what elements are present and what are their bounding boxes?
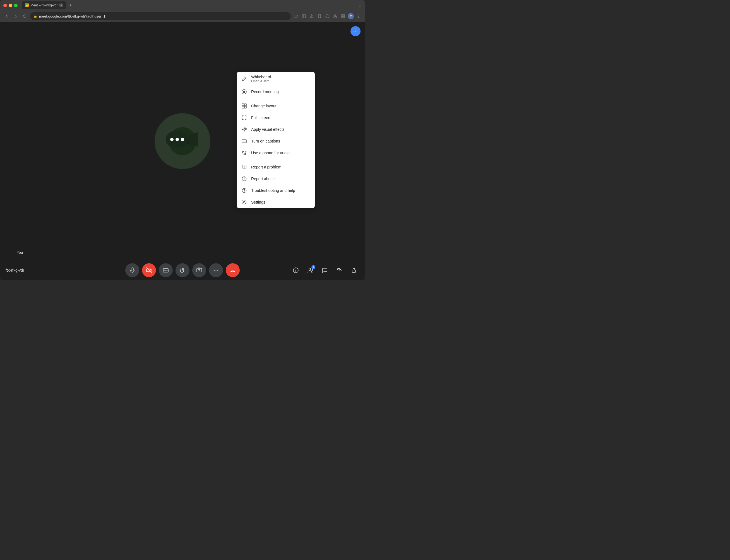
- svg-rect-7: [343, 16, 344, 18]
- svg-rect-6: [341, 16, 343, 18]
- tab-bar: M Meet – ftk-rfkg-vdr × + ⌄: [22, 1, 361, 9]
- user-avatar[interactable]: ?: [348, 13, 354, 19]
- menu-item-whiteboard[interactable]: Whiteboard Open a Jam: [237, 72, 315, 86]
- address-bar: 🔒 meet.google.com/ftk-rfkg-vdr?authuser=…: [0, 11, 365, 22]
- svg-rect-5: [343, 15, 344, 16]
- lock-button[interactable]: [348, 265, 359, 276]
- end-call-button[interactable]: [226, 263, 240, 277]
- lock-icon: 🔒: [33, 15, 37, 18]
- close-traffic-light[interactable]: [3, 4, 7, 7]
- address-input[interactable]: 🔒 meet.google.com/ftk-rfkg-vdr?authuser=…: [30, 12, 291, 20]
- tab-grid-btn[interactable]: [340, 13, 346, 19]
- three-dots-icon: ···: [353, 29, 358, 34]
- tab-expand-button[interactable]: ⌄: [358, 3, 361, 8]
- svg-point-37: [243, 201, 245, 203]
- controls-center: [125, 263, 240, 277]
- svg-point-2: [326, 15, 329, 18]
- svg-rect-26: [242, 106, 244, 108]
- svg-point-36: [244, 191, 244, 192]
- popup-btn[interactable]: [301, 13, 307, 19]
- svg-rect-1: [302, 15, 305, 18]
- maximize-traffic-light[interactable]: [14, 4, 18, 7]
- forward-button[interactable]: [12, 13, 19, 20]
- people-button[interactable]: 1: [305, 265, 316, 276]
- active-tab[interactable]: M Meet – ftk-rfkg-vdr ×: [22, 1, 66, 9]
- svg-rect-38: [131, 268, 133, 271]
- chat-button[interactable]: [319, 265, 330, 276]
- svg-rect-24: [242, 104, 244, 106]
- bottom-bar: ftk-rfkg-vdr: [0, 260, 365, 280]
- captions-button[interactable]: [159, 263, 173, 277]
- menu-item-settings[interactable]: Settings: [237, 196, 315, 208]
- google-account-btn[interactable]: [324, 13, 330, 19]
- svg-point-18: [170, 138, 173, 141]
- title-bar: M Meet – ftk-rfkg-vdr × + ⌄: [0, 0, 365, 11]
- three-dots-button[interactable]: ···: [350, 26, 360, 36]
- controls-right: 1: [290, 265, 359, 276]
- menu-item-abuse[interactable]: Report abuse: [237, 173, 315, 185]
- svg-rect-3: [334, 16, 336, 18]
- menu-item-fullscreen[interactable]: Full screen: [237, 112, 315, 124]
- browser-window: M Meet – ftk-rfkg-vdr × + ⌄ 🔒 meet.googl…: [0, 0, 365, 280]
- menu-item-record[interactable]: Record meeting: [237, 86, 315, 98]
- svg-point-34: [244, 180, 244, 180]
- svg-rect-27: [244, 106, 246, 108]
- svg-point-10: [358, 17, 359, 18]
- svg-point-47: [214, 270, 215, 271]
- share-btn[interactable]: [308, 13, 315, 19]
- traffic-lights: [3, 4, 18, 7]
- you-label: You: [17, 250, 23, 255]
- refresh-button[interactable]: [21, 13, 28, 20]
- info-button[interactable]: [290, 265, 301, 276]
- captions-icon: [241, 138, 247, 144]
- menu-divider-2: [237, 160, 315, 160]
- gear-icon: [241, 199, 247, 205]
- svg-line-40: [146, 268, 151, 273]
- new-tab-button[interactable]: +: [69, 3, 72, 8]
- svg-point-49: [217, 270, 218, 271]
- menu-item-captions[interactable]: Turn on captions: [237, 135, 315, 147]
- svg-point-48: [216, 270, 216, 271]
- raise-hand-button[interactable]: [175, 263, 189, 277]
- svg-point-19: [175, 138, 179, 141]
- warning-icon: [241, 176, 247, 182]
- sparkle-icon: [241, 126, 247, 132]
- phone-icon: [241, 150, 247, 156]
- tab-close-button[interactable]: ×: [59, 3, 63, 7]
- menu-divider-1: [237, 99, 315, 99]
- chrome-menu-btn[interactable]: [355, 13, 361, 19]
- video-button[interactable]: [142, 263, 156, 277]
- present-button[interactable]: [192, 263, 206, 277]
- svg-marker-21: [189, 132, 198, 147]
- menu-item-problem[interactable]: Report a problem: [237, 161, 315, 173]
- menu-item-help[interactable]: Troubleshooting and help: [237, 185, 315, 196]
- menu-item-effects[interactable]: Apply visual effects: [237, 124, 315, 135]
- svg-point-51: [295, 269, 296, 269]
- back-button[interactable]: [3, 13, 10, 20]
- pencil-icon: [241, 76, 247, 82]
- address-actions: ?: [293, 13, 361, 19]
- flag-icon: [241, 164, 247, 170]
- mic-button[interactable]: [125, 263, 139, 277]
- menu-item-phone[interactable]: Use a phone for audio: [237, 147, 315, 159]
- activities-button[interactable]: [334, 265, 345, 276]
- menu-item-layout[interactable]: Change layout: [237, 100, 315, 112]
- svg-point-9: [358, 16, 359, 16]
- extensions-btn[interactable]: [332, 13, 338, 19]
- svg-rect-25: [244, 104, 246, 106]
- svg-rect-4: [341, 15, 343, 16]
- more-options-button[interactable]: [209, 263, 223, 277]
- help-icon: [241, 187, 247, 194]
- svg-point-52: [309, 268, 311, 270]
- svg-point-20: [181, 138, 184, 141]
- people-badge: 1: [311, 265, 315, 269]
- fullscreen-icon: [241, 115, 247, 121]
- svg-rect-0: [294, 15, 297, 17]
- bookmark-btn[interactable]: [316, 13, 322, 19]
- camera-btn[interactable]: [293, 13, 299, 19]
- tab-favicon: M: [25, 3, 29, 7]
- layout-icon: [241, 103, 247, 109]
- svg-point-8: [358, 15, 359, 15]
- meeting-code: ftk-rfkg-vdr: [6, 268, 24, 272]
- minimize-traffic-light[interactable]: [9, 4, 12, 7]
